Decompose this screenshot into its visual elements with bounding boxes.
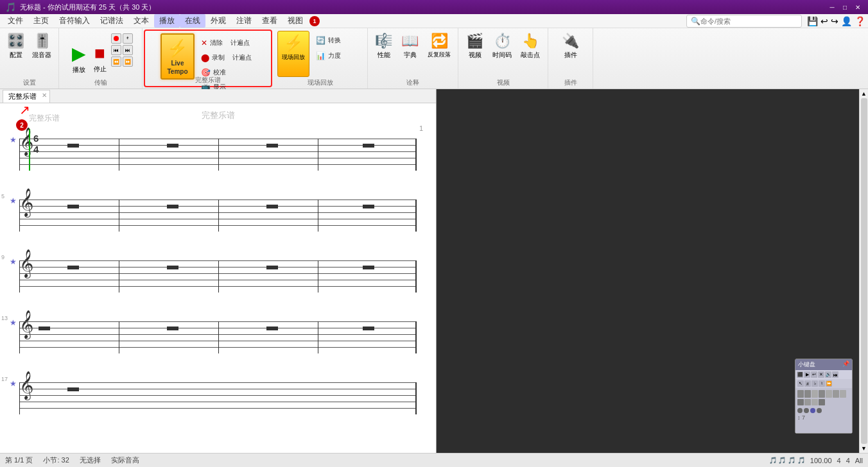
click-point-button[interactable]: 👆 敲击点 [517,31,543,86]
metronome-button[interactable]: 𝄵 [123,33,133,44]
playback2-label: 现场回放 [308,78,333,87]
kb-key-9[interactable] [804,399,811,405]
menu-view2[interactable]: 视图 [282,14,308,28]
score-tab-full[interactable]: 完整乐谱 ✕ [3,90,50,103]
staff-system-4: 13 ★ 𝄞 [13,315,423,350]
menu-notation[interactable]: 记谱法 [95,14,128,28]
rest-4-1 [39,327,50,330]
status-zoom: 100.00 [810,457,832,464]
tab-close-button[interactable]: ✕ [42,92,47,99]
kb-flat[interactable]: ♭ [812,380,818,387]
kb-key-1[interactable] [797,390,804,398]
menu-view1[interactable]: 查看 [257,14,282,28]
record-beat-point-button[interactable]: ⬤ 录制 计遍点 [197,51,256,65]
mini-keyboard-pin[interactable]: 📌 [842,361,849,369]
close-button[interactable]: ✕ [853,3,863,12]
live-tempo-button[interactable]: ⚡ Live Tempo [161,33,194,80]
kb-dot-2[interactable] [804,408,809,413]
ribbon-section-settings: 🎛️ 配置 🎚️ 混音器 设置 [0,28,59,89]
kb-btn-2[interactable]: ▶ [804,371,810,378]
kb-btn-4[interactable]: ✕ [818,371,824,378]
kb-dot-1[interactable] [797,408,803,413]
kb-natural[interactable]: ♮ [819,380,825,387]
clear-beat-point-button[interactable]: ✕ 清除 计遍点 [197,36,256,50]
score-scroll[interactable]: 完整乐谱 ↙ 2 完整乐谱 1 ★ 𝄞 [0,103,436,453]
kb-key-10[interactable] [812,399,818,405]
redo-icon[interactable]: ↪ [831,16,838,26]
mini-kb-row2: ↖ # ♭ ♮ ⏩ [795,379,852,388]
menu-appearance[interactable]: 外观 [205,14,231,28]
scroll-down-button[interactable]: ▼ [861,445,867,452]
menu-text[interactable]: 文本 [128,14,154,28]
minimize-button[interactable]: ─ [827,3,837,12]
status-view-all: All [855,457,863,464]
rest-2-3 [266,205,278,208]
video-button[interactable]: 🎬 视频 [463,31,487,86]
kb-key-7[interactable] [840,390,846,398]
stop-button[interactable]: ■ 停止 [91,41,110,76]
help-icon[interactable]: ❓ [855,16,865,26]
mini-keyboard: 小键盘 📌 ⬛ ▶ ↩ ✕ 🔊 ⏭ ↖ # ♭ ♮ ⏩ [795,359,853,434]
title-bar-controls: ─ □ ✕ [827,3,863,12]
annotation-circle-1: 1 [309,16,320,26]
kb-key-8[interactable] [797,399,804,405]
menu-home[interactable]: 主页 [28,14,54,28]
undo-icon[interactable]: ↩ [820,16,828,26]
kb-key-4[interactable] [819,390,825,398]
dynamics-button[interactable]: 📊 力度 [312,49,363,63]
menu-note-input[interactable]: 音符输入 [54,14,95,28]
kb-dot-4[interactable] [817,408,822,413]
rest-2-4 [363,205,374,208]
search-input[interactable] [700,17,790,25]
kb-key-6[interactable] [833,390,839,398]
toolbar-icons-right: 💾 ↩ ↪ 👤 ❓ [807,16,865,26]
menu-file[interactable]: 文件 [3,14,28,28]
kb-key-3[interactable] [812,390,818,398]
right-scrollbar[interactable]: ▲ ▼ [859,89,868,453]
kb-btn-1[interactable]: ⬛ [797,371,803,378]
fast-forward-button[interactable]: ⏭ [123,45,133,55]
status-bar: 第 1/1 页 小节: 32 无选择 实际音高 🎵 🎵 🎵 🎵 100.00 4… [0,453,868,467]
video-area: 小键盘 📌 ⬛ ▶ ↩ ✕ 🔊 ⏭ ↖ # ♭ ♮ ⏩ [437,89,859,453]
menu-playback[interactable]: 播放 [154,14,180,28]
save-icon[interactable]: 💾 [807,16,818,26]
convert-button[interactable]: 🔄 转换 [312,33,363,47]
staff-system-1: ★ 𝄞 64 [13,132,423,167]
play-button[interactable]: ▶ 播放 [69,41,89,76]
live-playback-button[interactable]: ⚡ 现场回放 [277,31,309,77]
system-num-2: 5 [1,193,4,200]
kb-btn-5[interactable]: 🔊 [825,371,831,378]
status-page: 第 1/1 页 [5,455,33,465]
kb-ff[interactable]: ⏩ [826,380,832,387]
rewind-button[interactable]: ⏮ [111,45,121,55]
kb-arrow[interactable]: ↖ [797,380,804,387]
kb-btn-3[interactable]: ↩ [811,371,817,378]
repeat-button[interactable]: 🔁 反复段落 [424,31,454,86]
rest-3-2 [167,266,178,269]
scroll-up-button[interactable]: ▲ [861,90,867,97]
step-back-button[interactable]: ⏪ [111,56,121,67]
configure-button[interactable]: 🎛️ 配置 [4,31,28,62]
kb-btn-6[interactable]: ⏭ [832,371,838,378]
rec-button[interactable] [111,33,121,44]
step-forward-button[interactable]: ⏩ [123,56,133,67]
scroll-thumb[interactable] [861,98,867,444]
kb-sharp[interactable]: # [804,380,811,387]
maximize-button[interactable]: □ [840,3,850,12]
transport-label: 传输 [94,78,107,87]
mixer-button[interactable]: 🎚️ 混音器 [29,31,55,62]
search-bar[interactable]: 🔍 [686,15,802,28]
tab-label: 完整乐谱 [8,92,37,100]
user-icon[interactable]: 👤 [841,16,852,26]
kb-key-2[interactable] [804,390,811,398]
menu-note-annotation[interactable]: 注谱 [231,14,257,28]
menu-online[interactable]: 在线 [180,14,205,28]
performance-button[interactable]: 🎼 性能 [372,31,395,86]
star-icon-5: ★ [10,379,17,388]
rest-2-1 [67,205,79,208]
kb-dot-3[interactable] [810,408,815,413]
kb-key-5[interactable] [826,390,832,398]
playback2-sub: 🔄 转换 📊 力度 [312,33,363,63]
kb-key-11[interactable] [819,399,825,405]
staff-row-1: 𝄞 64 [19,132,417,167]
